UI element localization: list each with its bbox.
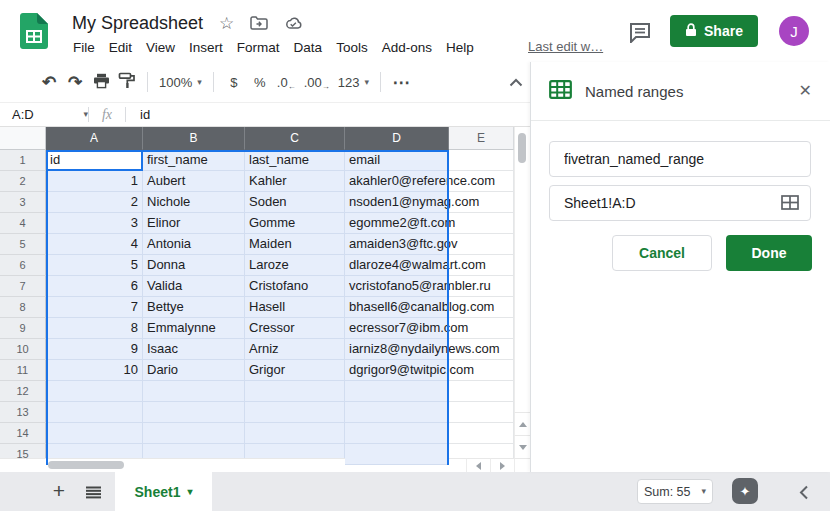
menu-data[interactable]: Data	[287, 38, 330, 57]
row-header-10[interactable]: 10	[0, 339, 46, 360]
sheet-tab[interactable]: Sheet1 ▾	[115, 472, 212, 511]
explore-button[interactable]: ✦	[732, 478, 758, 504]
menu-format[interactable]: Format	[230, 38, 287, 57]
column-header-B[interactable]: B	[143, 127, 245, 150]
cell-C6[interactable]: Laroze	[245, 255, 345, 276]
cell-D2[interactable]: akahler0@reference.com	[345, 171, 449, 192]
undo-button[interactable]: ↶	[36, 69, 62, 95]
cell-D7[interactable]: vcristofano5@rambler.ru	[345, 276, 449, 297]
vertical-scrollbar[interactable]	[514, 127, 530, 458]
comment-history-button[interactable]	[626, 18, 654, 46]
row-header-9[interactable]: 9	[0, 318, 46, 339]
cell-D4[interactable]: egomme2@ft.com	[345, 213, 449, 234]
cell-D12[interactable]	[345, 381, 449, 402]
last-edit-link[interactable]: Last edit w…	[528, 39, 603, 54]
cell-B6[interactable]: Donna	[143, 255, 245, 276]
cell-A2[interactable]: 1	[46, 171, 143, 192]
row-header-5[interactable]: 5	[0, 234, 46, 255]
share-button[interactable]: Share	[670, 15, 758, 47]
menu-insert[interactable]: Insert	[182, 38, 230, 57]
cell-C10[interactable]: Arniz	[245, 339, 345, 360]
cell-B1[interactable]: first_name	[143, 150, 245, 171]
menu-help[interactable]: Help	[439, 38, 481, 57]
column-header-D[interactable]: D	[345, 127, 449, 150]
row-header-1[interactable]: 1	[0, 150, 46, 171]
format-percent-button[interactable]: %	[247, 69, 273, 95]
range-reference-input[interactable]	[549, 185, 811, 221]
menu-tools[interactable]: Tools	[329, 38, 375, 57]
cell-A13[interactable]	[46, 402, 143, 423]
scroll-down-button[interactable]	[514, 435, 530, 458]
select-all-corner[interactable]	[0, 127, 46, 150]
paint-format-button[interactable]	[114, 69, 140, 95]
horizontal-scrollbar-thumb[interactable]	[48, 461, 124, 469]
cell-D9[interactable]: ecressor7@ibm.com	[345, 318, 449, 339]
cell-A8[interactable]: 7	[46, 297, 143, 318]
cell-B7[interactable]: Valida	[143, 276, 245, 297]
cell-C9[interactable]: Cressor	[245, 318, 345, 339]
cell-D14[interactable]	[345, 423, 449, 444]
number-format-button[interactable]: 123 ▾	[334, 69, 373, 95]
cell-D5[interactable]: amaiden3@ftc.gov	[345, 234, 449, 255]
row-header-7[interactable]: 7	[0, 276, 46, 297]
done-button[interactable]: Done	[726, 235, 812, 271]
more-toolbar-button[interactable]: ⋯	[388, 69, 414, 95]
star-icon[interactable]: ☆	[219, 15, 234, 32]
menu-file[interactable]: File	[66, 38, 102, 57]
cell-A12[interactable]	[46, 381, 143, 402]
decrease-decimal-button[interactable]: .0←	[273, 69, 300, 95]
cell-C8[interactable]: Hasell	[245, 297, 345, 318]
cell-A3[interactable]: 2	[46, 192, 143, 213]
sheets-logo-icon[interactable]	[20, 13, 48, 53]
cell-A4[interactable]: 3	[46, 213, 143, 234]
cell-B13[interactable]	[143, 402, 245, 423]
cell-E1[interactable]	[449, 150, 514, 171]
cell-D1[interactable]: email	[345, 150, 449, 171]
cell-C11[interactable]: Grigor	[245, 360, 345, 381]
name-box[interactable]: A:D ▾	[0, 107, 88, 122]
formula-input[interactable]: id	[126, 107, 150, 122]
row-header-11[interactable]: 11	[0, 360, 46, 381]
cell-B10[interactable]: Isaac	[143, 339, 245, 360]
row-header-4[interactable]: 4	[0, 213, 46, 234]
row-header-14[interactable]: 14	[0, 423, 46, 444]
menu-view[interactable]: View	[139, 38, 182, 57]
cell-C12[interactable]	[245, 381, 345, 402]
cell-D13[interactable]	[345, 402, 449, 423]
cell-E5[interactable]	[449, 234, 514, 255]
cell-B5[interactable]: Antonia	[143, 234, 245, 255]
row-header-6[interactable]: 6	[0, 255, 46, 276]
cell-B12[interactable]	[143, 381, 245, 402]
cell-A7[interactable]: 6	[46, 276, 143, 297]
avatar[interactable]: J	[779, 16, 809, 46]
range-name-input[interactable]	[549, 141, 811, 177]
row-header-3[interactable]: 3	[0, 192, 46, 213]
increase-decimal-button[interactable]: .00→	[300, 69, 334, 95]
cell-A1[interactable]: id	[46, 150, 143, 171]
cell-A11[interactable]: 10	[46, 360, 143, 381]
cell-B3[interactable]: Nichole	[143, 192, 245, 213]
cell-C4[interactable]: Gomme	[245, 213, 345, 234]
menu-addons[interactable]: Add-ons	[375, 38, 439, 57]
cell-E4[interactable]	[449, 213, 514, 234]
print-button[interactable]	[88, 69, 114, 95]
cell-A9[interactable]: 8	[46, 318, 143, 339]
zoom-select[interactable]: 100% ▾	[155, 69, 206, 95]
select-data-range-icon[interactable]	[781, 195, 799, 214]
cell-C14[interactable]	[245, 423, 345, 444]
column-header-A[interactable]: A	[46, 127, 143, 150]
collapse-panel-button[interactable]	[794, 482, 814, 502]
cell-D6[interactable]: dlaroze4@walmart.com	[345, 255, 449, 276]
cell-D3[interactable]: nsoden1@nymag.com	[345, 192, 449, 213]
cancel-button[interactable]: Cancel	[612, 235, 712, 271]
scroll-up-button[interactable]	[514, 412, 530, 435]
cell-D11[interactable]: dgrigor9@twitpic.com	[345, 360, 449, 381]
vertical-scrollbar-thumb[interactable]	[518, 133, 526, 163]
add-sheet-button[interactable]: +	[46, 478, 72, 504]
cell-C13[interactable]	[245, 402, 345, 423]
cell-E13[interactable]	[449, 402, 514, 423]
row-header-2[interactable]: 2	[0, 171, 46, 192]
redo-button[interactable]: ↷	[62, 69, 88, 95]
column-header-C[interactable]: C	[245, 127, 345, 150]
cell-B8[interactable]: Bettye	[143, 297, 245, 318]
